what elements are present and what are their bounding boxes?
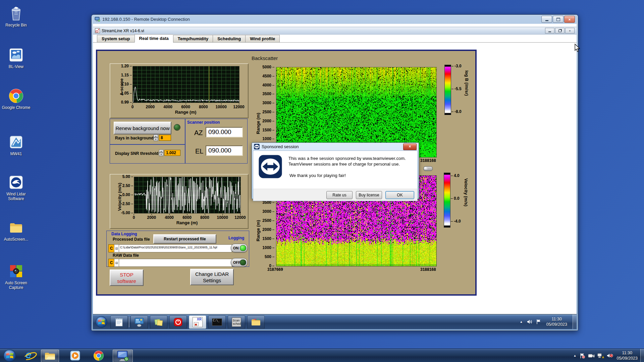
minimize-button[interactable] <box>541 16 552 23</box>
app-minimize-button[interactable] <box>545 28 554 34</box>
ascope-xlabel: Range (m) <box>132 110 239 115</box>
app-window-title: StreamLine XR v14-6.vi <box>102 28 144 33</box>
renew-background-button[interactable]: Renew background now <box>114 122 171 134</box>
el-value-field[interactable]: 090.000 <box>206 145 243 156</box>
tab-wind-profile[interactable]: Wind profile <box>245 35 280 43</box>
desktop-icon-mw41[interactable]: MW41 <box>1 134 32 156</box>
tab-temp-humidity[interactable]: Temp/humidity <box>173 35 213 43</box>
velocity-colorbar <box>444 173 450 228</box>
desktop-icon-recycle-bin[interactable]: Recycle Bin <box>1 5 32 27</box>
maximize-button[interactable] <box>553 16 564 23</box>
dialog-body: This was a free session sponsored by www… <box>253 150 418 189</box>
logging-label: Logging <box>228 236 244 240</box>
tab-real-time-data[interactable]: Real time data <box>135 34 173 43</box>
desktop-icon-label: AutoScreen... <box>1 237 32 242</box>
tick-label: -5.00 <box>121 210 133 215</box>
tick-label: 5000 <box>262 65 274 69</box>
tab-system-setup[interactable]: System setup <box>97 35 135 43</box>
remote-taskbar-scan-scheduler[interactable]: Scansched <box>228 315 245 329</box>
desktop-icon-auto-screen-capture[interactable]: Auto Screen Capture <box>1 263 32 290</box>
bl-view-icon <box>8 47 24 63</box>
rays-spinner[interactable]: ▲▼ <box>154 134 158 141</box>
sponsored-session-dialog: Sponsored session × This was a free sess… <box>252 142 419 199</box>
tick-label: 4000 <box>165 215 174 220</box>
processed-drive-combo[interactable]: C <box>108 244 114 252</box>
tick-label: 2500 <box>262 110 274 114</box>
teamviewer-logo <box>258 155 282 179</box>
app-title-bar[interactable]: StreamLine XR v14-6.vi × <box>93 27 577 35</box>
tab-scheduling[interactable]: Scheduling <box>213 35 245 43</box>
action-center-flag-icon[interactable] <box>580 353 585 359</box>
host-clock[interactable]: 11:30 05/09/2023 <box>616 350 638 361</box>
flag-icon[interactable] <box>536 319 541 324</box>
change-lidar-settings-button[interactable]: Change LiDARSettings <box>190 269 234 285</box>
network-warning-icon[interactable] <box>597 353 604 359</box>
host-taskbar-media-player[interactable] <box>66 350 84 362</box>
speaker-icon[interactable] <box>527 319 533 324</box>
backscatter-colorbar-ticks: -3.0-5.5-8.0 <box>451 66 466 112</box>
dialog-line3: We thank you for playing fair! <box>289 173 406 178</box>
app-restore-button[interactable] <box>555 28 565 34</box>
snr-spinner[interactable]: ▲▼ <box>159 149 163 156</box>
stop-software-button[interactable]: STOPsoftware <box>110 269 144 286</box>
tick-label: 12000 <box>233 105 244 109</box>
remote-taskbar-command-prompt[interactable]: C:\_ <box>208 315 226 329</box>
ascope-plot-area[interactable] <box>132 66 239 103</box>
velocity-plot-area[interactable] <box>134 177 241 214</box>
velocity-colorbar-ticks: 4.00.0-4.0 <box>451 176 465 221</box>
host-show-desktop-button[interactable] <box>640 349 644 362</box>
velocity-x-right-label: 3188168 <box>420 267 436 272</box>
path-type-icon: ▤ <box>114 244 119 252</box>
remote-start-button[interactable] <box>94 315 108 328</box>
tray-expand-icon[interactable]: ▲ <box>520 320 523 323</box>
dialog-title-bar[interactable]: Sponsored session × <box>252 143 419 150</box>
dialog-close-icon[interactable]: × <box>403 143 417 150</box>
remote-clock[interactable]: 11:30 05/09/2023 <box>546 316 567 327</box>
speaker-muted-icon[interactable] <box>607 353 613 358</box>
remote-show-desktop-button[interactable] <box>573 314 577 329</box>
raw-path-field[interactable] <box>119 259 232 267</box>
mw41-icon <box>8 134 24 150</box>
streamline-xr-icon: XR <box>193 317 203 327</box>
desktop-icon-google-chrome[interactable]: Google Chrome <box>1 88 32 110</box>
raw-drive-combo[interactable]: C <box>108 259 114 267</box>
tick-label: -4.0 <box>451 219 461 224</box>
host-start-button[interactable] <box>2 350 17 362</box>
ok-button[interactable]: OK <box>385 191 414 199</box>
raw-logging-toggle-off[interactable]: OFF <box>231 258 248 267</box>
rate-us-button[interactable]: Rate us <box>326 191 353 199</box>
app-close-button[interactable]: × <box>565 28 575 34</box>
restart-processed-file-button[interactable]: Restart processed file <box>153 234 216 244</box>
el-label: EL <box>195 147 203 155</box>
rays-value-field[interactable]: 8 <box>159 135 171 141</box>
remote-taskbar-streamline-xr[interactable]: XR <box>189 315 206 329</box>
hidden-mini-toggle[interactable] <box>423 166 433 171</box>
remote-taskbar-shutdown[interactable] <box>169 315 187 329</box>
desktop-icon-autoscreen-folder[interactable]: AutoScreen... <box>1 220 32 242</box>
dialog-title: Sponsored session <box>262 144 299 149</box>
background-led <box>174 124 180 131</box>
remote-taskbar-folder[interactable] <box>247 315 265 329</box>
ascope-yticks: 1.201.151.101.050.99 <box>110 66 132 102</box>
remote-taskbar-notepad[interactable] <box>110 315 128 329</box>
power-battery-icon[interactable] <box>588 353 595 358</box>
tray-expand-icon[interactable]: ▲ <box>574 354 577 357</box>
desktop-icon-label: BL-View <box>1 64 32 69</box>
processed-path-field[interactable]: C:\Lidar\Data\Proc\2023\202309\20230905\… <box>119 244 232 252</box>
remote-taskbar-sticky-notes[interactable] <box>150 315 167 329</box>
snr-value-field[interactable]: 1.002 <box>164 150 180 156</box>
host-taskbar-chrome[interactable] <box>90 350 107 362</box>
host-taskbar-windows-explorer[interactable] <box>41 350 59 362</box>
close-button[interactable]: × <box>564 16 575 23</box>
host-taskbar-remote-desktop[interactable] <box>113 350 133 362</box>
remote-taskbar-display-settings[interactable] <box>130 315 148 329</box>
host-taskbar-internet-explorer[interactable]: e <box>21 350 38 362</box>
az-value-field[interactable]: 090.000 <box>206 127 243 137</box>
desktop-icon-bl-view[interactable]: BL-View <box>1 47 32 69</box>
power-icon <box>173 317 183 327</box>
rdp-title-bar[interactable]: 192.168.0.150 - Remote Desktop Connectio… <box>92 15 578 24</box>
processed-logging-toggle-on[interactable]: ON <box>231 244 248 252</box>
desktop-icon-wind-lidar[interactable]: Wind Lidar Software <box>1 174 32 201</box>
buy-license-button[interactable]: Buy license <box>356 191 382 199</box>
background-controls-box: Renew background now Rays in background … <box>110 119 185 145</box>
